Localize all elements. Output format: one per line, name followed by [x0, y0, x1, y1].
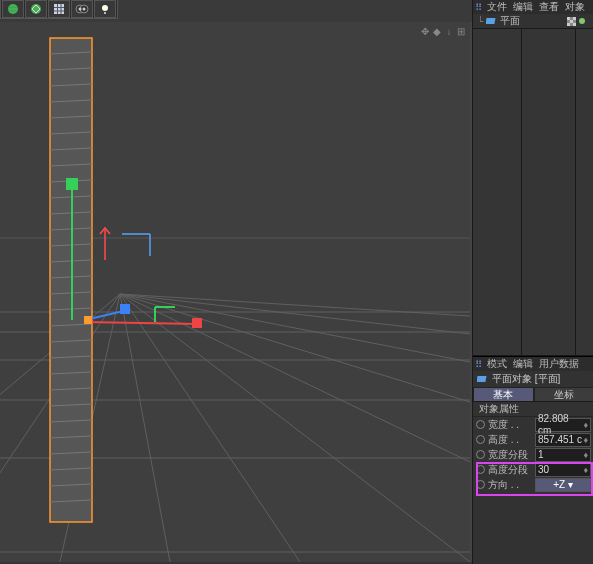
input-segh[interactable]: 30♦	[535, 463, 591, 477]
input-segw[interactable]: 1♦	[535, 448, 591, 462]
svg-rect-59	[66, 178, 78, 190]
attribute-manager-menu: ⠿ 模式 编辑 用户数据	[473, 356, 593, 371]
svg-line-62	[85, 322, 198, 324]
tool-sphere-icon[interactable]	[2, 0, 24, 18]
viewport-canvas[interactable]: ✥ ◆ ↓ ⊞	[0, 22, 470, 562]
row-segh: 高度分段 30♦	[473, 462, 593, 477]
object-manager-body	[473, 28, 593, 356]
grip-icon[interactable]: ⠿	[473, 2, 484, 13]
svg-rect-66	[84, 316, 92, 324]
attribute-title: 平面对象 [平面]	[473, 371, 593, 387]
enable-dot-icon[interactable]	[579, 18, 585, 24]
svg-line-20	[120, 294, 170, 562]
top-toolbar	[0, 0, 472, 23]
viewport-orbit-icon[interactable]: ↓	[444, 26, 454, 36]
svg-point-7	[83, 8, 86, 11]
label-segw: 宽度分段	[488, 448, 532, 462]
app-root: { "object_manager": { "tabs": ["文件","编辑"…	[0, 0, 593, 564]
row-segw: 宽度分段 1♦	[473, 447, 593, 462]
am-menu-edit[interactable]: 编辑	[510, 357, 536, 371]
viewport-nav-icons: ✥ ◆ ↓ ⊞	[420, 26, 466, 36]
om-menu-object[interactable]: 对象	[562, 0, 588, 14]
visibility-editor-icon[interactable]	[567, 17, 576, 26]
om-menu-edit[interactable]: 编辑	[510, 0, 536, 14]
anim-dot-icon[interactable]	[476, 480, 485, 489]
row-orient: 方向 . . +Z ▾	[473, 477, 593, 492]
row-height: 高度 . . 857.451 c♦	[473, 432, 593, 447]
label-height: 高度 . .	[488, 433, 532, 447]
svg-point-0	[8, 4, 18, 14]
label-orient: 方向 . .	[488, 478, 532, 492]
svg-line-27	[120, 294, 470, 316]
attribute-tabs: 基本 坐标	[473, 387, 593, 402]
svg-rect-61	[120, 304, 130, 314]
anim-dot-icon[interactable]	[476, 465, 485, 474]
row-width: 宽度 . . 82.808 cm♦	[473, 417, 593, 432]
anim-dot-icon[interactable]	[476, 450, 485, 459]
plane-object-icon	[477, 373, 488, 386]
label-width: 宽度 . .	[488, 418, 532, 432]
tool-polygon-icon[interactable]	[25, 0, 47, 18]
attribute-title-text: 平面对象 [平面]	[492, 372, 560, 386]
am-menu-user[interactable]: 用户数据	[536, 357, 582, 371]
svg-line-21	[120, 294, 300, 562]
svg-line-24	[120, 294, 470, 402]
tool-grid-icon[interactable]	[48, 0, 70, 18]
right-panel: ⠿ 文件 编辑 查看 对象 └ 平面 ⠿ 模式 编辑 用户数据 平面对象 [平面…	[472, 0, 593, 564]
om-menu-file[interactable]: 文件	[484, 0, 510, 14]
svg-rect-71	[477, 376, 486, 382]
am-menu-mode[interactable]: 模式	[484, 357, 510, 371]
viewport-scene	[0, 22, 470, 562]
plane-object-icon	[486, 15, 497, 28]
tab-coord[interactable]: 坐标	[534, 387, 594, 401]
tab-basic[interactable]: 基本	[473, 387, 534, 401]
tool-light-icon[interactable]	[94, 0, 116, 18]
object-name: 平面	[500, 14, 520, 28]
anim-dot-icon[interactable]	[476, 435, 485, 444]
svg-rect-70	[486, 18, 495, 24]
select-orient[interactable]: +Z ▾	[535, 478, 591, 492]
anim-dot-icon[interactable]	[476, 420, 485, 429]
object-row-plane[interactable]: └ 平面	[473, 14, 593, 28]
viewport-pan-icon[interactable]: ✥	[420, 26, 430, 36]
grip-icon[interactable]: ⠿	[473, 359, 484, 370]
object-manager-menu: ⠿ 文件 编辑 查看 对象	[473, 0, 593, 14]
svg-rect-63	[192, 318, 202, 328]
om-menu-view[interactable]: 查看	[536, 0, 562, 14]
svg-point-8	[102, 5, 108, 11]
toolbox	[0, 0, 118, 19]
viewport[interactable]: ✥ ◆ ↓ ⊞	[0, 22, 472, 562]
viewport-zoom-icon[interactable]: ◆	[432, 26, 442, 36]
input-width[interactable]: 82.808 cm♦	[535, 418, 591, 432]
svg-rect-3	[54, 4, 64, 14]
label-segh: 高度分段	[488, 463, 532, 477]
svg-line-22	[120, 294, 470, 562]
viewport-layout-icon[interactable]: ⊞	[456, 26, 466, 36]
tool-render-icon[interactable]	[71, 0, 93, 18]
svg-point-6	[79, 8, 82, 11]
input-height[interactable]: 857.451 c♦	[535, 433, 591, 447]
svg-line-23	[120, 294, 470, 462]
